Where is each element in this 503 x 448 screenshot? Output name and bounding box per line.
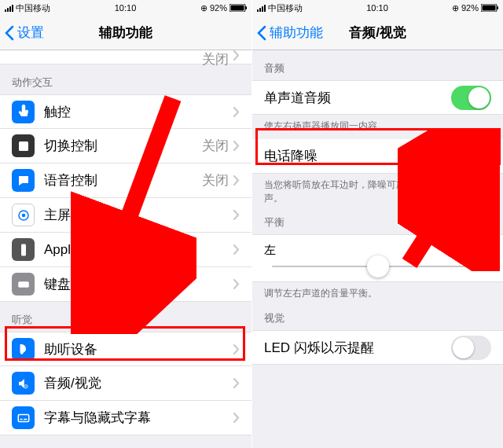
svg-rect-6 <box>21 244 26 255</box>
section-header-general: 通用 <box>0 435 252 448</box>
signal-icon <box>257 5 266 12</box>
audio-visual-icon <box>12 372 35 395</box>
svg-rect-2 <box>245 6 247 9</box>
content[interactable]: 关闭 动作交互 触控 切换控制 关闭 语音控制 关闭 主屏幕按钮 Apple T… <box>0 50 252 448</box>
noise-note: 当您将听筒放在耳边时，降噪可减少电话中的环境噪声。 <box>252 174 503 211</box>
clock: 10:10 <box>366 3 388 13</box>
cell-audio-visual[interactable]: 音频/视觉 <box>0 366 252 401</box>
chevron-right-icon <box>233 279 240 289</box>
svg-rect-17 <box>497 6 498 9</box>
label: 切换控制 <box>44 137 202 155</box>
chevron-left-icon <box>5 25 14 41</box>
battery-pct: 92% <box>210 3 227 13</box>
balance-right-label: 右 <box>479 243 491 258</box>
status-bar: 中国移动 10:10 ⊕92% <box>252 0 503 16</box>
chevron-right-icon <box>233 107 240 117</box>
mono-audio-switch[interactable] <box>451 86 491 110</box>
section-header-audio: 音频 <box>252 50 503 80</box>
chevron-right-icon <box>233 413 240 423</box>
cell-touch[interactable]: 触控 <box>0 94 252 129</box>
balance-slider[interactable] <box>272 266 483 267</box>
page-title: 音频/视觉 <box>349 24 406 42</box>
signal-icon <box>5 5 13 12</box>
svg-rect-10 <box>18 414 29 421</box>
cell-mono-audio: 单声道音频 <box>252 80 503 115</box>
svg-point-5 <box>21 213 25 217</box>
chevron-right-icon <box>233 210 240 220</box>
label: 音频/视觉 <box>44 374 233 392</box>
label: 电话降噪 <box>264 147 451 165</box>
switch-control-icon <box>12 134 35 157</box>
chevron-right-icon <box>233 344 240 354</box>
balance-slider-row: 左 右 <box>252 234 503 282</box>
status-bar: 中国移动 10:10 ⊕92% <box>0 0 252 16</box>
carrier-label: 中国移动 <box>268 2 303 14</box>
cell-apple-tv-remote[interactable]: Apple TV 遥控器 <box>0 233 252 267</box>
ear-icon <box>12 338 35 361</box>
section-header-hearing: 听觉 <box>0 302 252 332</box>
led-flash-switch[interactable] <box>451 336 491 360</box>
cell-hearing-devices[interactable]: 助听设备 <box>0 332 252 366</box>
label: 主屏幕按钮 <box>44 206 233 224</box>
label: Apple TV 遥控器 <box>44 241 233 259</box>
label: 助听设备 <box>44 340 233 358</box>
keyboard-icon <box>12 273 35 296</box>
svg-point-9 <box>25 386 27 387</box>
cell-partial[interactable]: 关闭 <box>0 50 252 64</box>
battery-pct: 92% <box>461 3 479 13</box>
chevron-left-icon <box>257 25 266 41</box>
svg-rect-1 <box>231 6 244 11</box>
slider-thumb[interactable] <box>367 255 389 277</box>
back-button[interactable]: 设置 <box>5 24 44 42</box>
cell-switch-control[interactable]: 切换控制 关闭 <box>0 129 252 163</box>
svg-rect-12 <box>24 418 28 420</box>
nav-bar: 设置 辅助功能 <box>0 16 252 50</box>
cell-keyboards[interactable]: 键盘 <box>0 267 252 302</box>
svg-rect-7 <box>18 281 29 288</box>
home-button-icon <box>12 204 35 226</box>
subtitles-icon <box>12 406 35 429</box>
label: 单声道音频 <box>264 89 451 107</box>
screen-accessibility: 中国移动 10:10 ⊕92% 设置 辅助功能 关闭 动作交互 触控 切换控制 … <box>0 0 252 448</box>
cell-voice-control[interactable]: 语音控制 关闭 <box>0 163 252 198</box>
back-button[interactable]: 辅助功能 <box>257 24 323 42</box>
voice-control-icon <box>12 169 35 192</box>
cell-subtitles[interactable]: 字幕与隐藏式字幕 <box>0 401 252 435</box>
section-header-visual: 视觉 <box>252 307 503 330</box>
section-header-motor: 动作交互 <box>0 64 252 94</box>
svg-rect-11 <box>20 418 22 420</box>
label: 语音控制 <box>44 171 202 189</box>
cell-phone-noise-cancel: 电话降噪 <box>252 139 503 174</box>
battery-icon <box>229 4 247 12</box>
carrier-label: 中国移动 <box>16 2 50 14</box>
svg-rect-3 <box>19 141 28 151</box>
balance-note: 调节左右声道的音量平衡。 <box>252 282 503 307</box>
label: 字幕与隐藏式字幕 <box>44 409 233 427</box>
page-title: 辅助功能 <box>99 24 152 42</box>
chevron-right-icon <box>233 378 240 388</box>
svg-rect-16 <box>483 6 496 11</box>
balance-left-label: 左 <box>264 243 276 258</box>
clock: 10:10 <box>115 3 137 13</box>
content[interactable]: 音频 单声道音频 使左右扬声器播放同一内容。 电话降噪 当您将听筒放在耳边时，降… <box>252 50 503 448</box>
label: LED 闪烁以示提醒 <box>264 339 451 357</box>
label: 触控 <box>44 103 233 121</box>
cell-led-flash[interactable]: LED 闪烁以示提醒 <box>252 330 503 365</box>
nav-bar: 辅助功能 音频/视觉 <box>252 16 503 50</box>
battery-icon <box>481 4 498 12</box>
section-header-balance: 平衡 <box>252 211 503 234</box>
screen-audio-visual: 中国移动 10:10 ⊕92% 辅助功能 音频/视觉 音频 单声道音频 使左右扬… <box>252 0 503 448</box>
chevron-right-icon <box>233 141 240 151</box>
chevron-right-icon <box>233 244 240 255</box>
apple-tv-remote-icon <box>12 238 35 261</box>
detail: 关闭 <box>202 137 229 155</box>
noise-cancel-switch[interactable] <box>451 144 491 168</box>
cell-home-button[interactable]: 主屏幕按钮 <box>0 198 252 233</box>
label: 键盘 <box>44 275 233 293</box>
detail: 关闭 <box>202 171 229 189</box>
chevron-right-icon <box>233 50 240 61</box>
mono-note: 使左右扬声器播放同一内容。 <box>252 115 503 139</box>
touch-icon <box>12 101 35 123</box>
chevron-right-icon <box>233 175 240 185</box>
